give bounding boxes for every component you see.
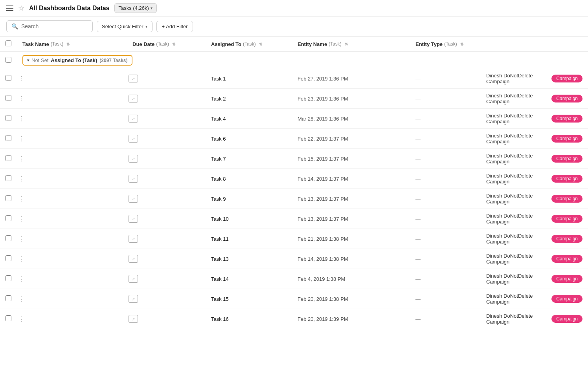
row-checkbox[interactable]	[6, 295, 11, 301]
row-due-date: Feb 13, 2019 1:37 PM	[292, 189, 410, 209]
header-assigned-to[interactable]: Assigned To (Task) ⇅	[206, 37, 292, 52]
select-all-checkbox[interactable]	[6, 40, 11, 46]
group-header-row: ▾ Not Set Assigned To (Task) (2097 Tasks…	[0, 52, 588, 69]
row-actions-cell: ⋮	[17, 249, 127, 269]
row-task-name[interactable]: Task 14	[206, 269, 292, 289]
table-header-row: Task Name (Task) ⇅ Due Date (Task) ⇅ Ass…	[0, 37, 588, 52]
row-actions-icon[interactable]: ⋮	[18, 176, 25, 182]
task-name-field-type: (Task)	[51, 41, 64, 47]
assigned-to-field-type: (Task)	[243, 41, 256, 47]
row-task-icon-cell	[127, 269, 206, 289]
row-task-name[interactable]: Task 9	[206, 189, 292, 209]
task-icon	[129, 295, 138, 303]
entity-type-sort-icon[interactable]: ⇅	[460, 42, 463, 46]
header-entity-type[interactable]: Entity Type (Task) ⇅	[410, 37, 481, 52]
row-actions-icon[interactable]: ⋮	[18, 256, 25, 262]
page-title: All Dashboards Data Datas	[29, 5, 110, 12]
assigned-to-sort-icon[interactable]: ⇅	[259, 42, 262, 46]
row-task-name[interactable]: Task 8	[206, 169, 292, 189]
row-actions-cell: ⋮	[17, 129, 127, 149]
search-box[interactable]: 🔍	[6, 20, 93, 32]
table-row: ⋮ Task 6 Feb 22, 2019 1:37 PM — Dinesh D…	[0, 129, 588, 149]
row-actions-cell: ⋮	[17, 149, 127, 169]
row-checkbox[interactable]	[6, 215, 11, 221]
tasks-table: Task Name (Task) ⇅ Due Date (Task) ⇅ Ass…	[0, 37, 588, 329]
row-actions-icon[interactable]: ⋮	[18, 316, 25, 322]
row-checkbox[interactable]	[6, 155, 11, 161]
group-header-checkbox-cell	[0, 52, 17, 69]
row-entity-name: Dinesh DoNotDelete Campaign	[481, 149, 546, 169]
row-task-icon-cell	[127, 109, 206, 129]
row-task-name[interactable]: Task 10	[206, 209, 292, 229]
entity-name-sort-icon[interactable]: ⇅	[345, 42, 348, 46]
row-task-name[interactable]: Task 1	[206, 69, 292, 89]
row-checkbox-cell	[0, 249, 17, 269]
task-name-sort-icon[interactable]: ⇅	[66, 42, 70, 46]
row-checkbox[interactable]	[6, 115, 11, 121]
row-actions-icon[interactable]: ⋮	[18, 156, 25, 162]
row-entity-name: Dinesh DoNotDelete Campaign	[481, 109, 546, 129]
row-actions-icon[interactable]: ⋮	[18, 236, 25, 242]
row-assigned-to: —	[410, 229, 481, 249]
row-entity-type: Campaign	[546, 149, 588, 169]
table-container: Task Name (Task) ⇅ Due Date (Task) ⇅ Ass…	[0, 37, 588, 329]
row-task-name[interactable]: Task 2	[206, 89, 292, 109]
row-assigned-to: —	[410, 169, 481, 189]
row-task-name[interactable]: Task 15	[206, 289, 292, 309]
group-checkbox[interactable]	[6, 57, 11, 63]
row-task-name[interactable]: Task 16	[206, 309, 292, 329]
row-task-icon-cell	[127, 309, 206, 329]
row-actions-icon[interactable]: ⋮	[18, 216, 25, 222]
row-entity-name: Dinesh DoNotDelete Campaign	[481, 269, 546, 289]
row-assigned-to: —	[410, 109, 481, 129]
header-entity-name[interactable]: Entity Name (Task) ⇅	[292, 37, 410, 52]
row-assigned-to: —	[410, 89, 481, 109]
row-checkbox[interactable]	[6, 95, 11, 101]
hamburger-icon[interactable]	[6, 5, 13, 11]
row-entity-type: Campaign	[546, 129, 588, 149]
row-actions-icon[interactable]: ⋮	[18, 196, 25, 202]
group-label[interactable]: ▾ Not Set Assigned To (Task) (2097 Tasks…	[22, 55, 132, 66]
row-task-icon-cell	[127, 289, 206, 309]
quick-filter-label: Select Quick Filter	[102, 24, 143, 29]
row-checkbox[interactable]	[6, 195, 11, 201]
row-task-name[interactable]: Task 13	[206, 249, 292, 269]
row-actions-cell: ⋮	[17, 229, 127, 249]
header-task-name[interactable]: Task Name (Task) ⇅	[17, 37, 127, 52]
row-checkbox[interactable]	[6, 255, 11, 261]
row-checkbox[interactable]	[6, 275, 11, 281]
header-due-date[interactable]: Due Date (Task) ⇅	[127, 37, 206, 52]
quick-filter-button[interactable]: Select Quick Filter ▾	[97, 21, 153, 32]
row-actions-icon[interactable]: ⋮	[18, 95, 25, 102]
table-row: ⋮ Task 2 Feb 23, 2019 1:36 PM — Dinesh D…	[0, 89, 588, 109]
row-checkbox[interactable]	[6, 175, 11, 181]
search-input[interactable]	[21, 23, 88, 29]
row-checkbox[interactable]	[6, 235, 11, 241]
row-actions-icon[interactable]: ⋮	[18, 296, 25, 302]
row-checkbox[interactable]	[6, 135, 11, 141]
due-date-sort-icon[interactable]: ⇅	[172, 42, 175, 46]
row-actions-icon[interactable]: ⋮	[18, 276, 25, 282]
row-actions-icon[interactable]: ⋮	[18, 75, 25, 82]
row-assigned-to: —	[410, 309, 481, 329]
row-due-date: Feb 20, 2019 1:39 PM	[292, 309, 410, 329]
row-task-name[interactable]: Task 11	[206, 229, 292, 249]
star-icon[interactable]: ☆	[18, 4, 24, 13]
row-checkbox[interactable]	[6, 315, 11, 321]
campaign-badge: Campaign	[551, 315, 582, 323]
row-due-date: Feb 21, 2019 1:38 PM	[292, 229, 410, 249]
campaign-badge: Campaign	[551, 75, 582, 82]
row-checkbox[interactable]	[6, 75, 11, 81]
add-filter-button[interactable]: + Add Filter	[156, 21, 193, 32]
row-task-name[interactable]: Task 4	[206, 109, 292, 129]
campaign-badge: Campaign	[551, 215, 582, 223]
row-actions-icon[interactable]: ⋮	[18, 115, 25, 122]
row-task-name[interactable]: Task 7	[206, 149, 292, 169]
row-assigned-to: —	[410, 69, 481, 89]
group-chevron-icon[interactable]: ▾	[27, 58, 29, 62]
row-due-date: Feb 27, 2019 1:36 PM	[292, 69, 410, 89]
tasks-badge-button[interactable]: Tasks (4.26k) ▾	[114, 3, 157, 13]
row-actions-icon[interactable]: ⋮	[18, 135, 25, 142]
row-task-name[interactable]: Task 6	[206, 129, 292, 149]
row-actions-cell: ⋮	[17, 269, 127, 289]
